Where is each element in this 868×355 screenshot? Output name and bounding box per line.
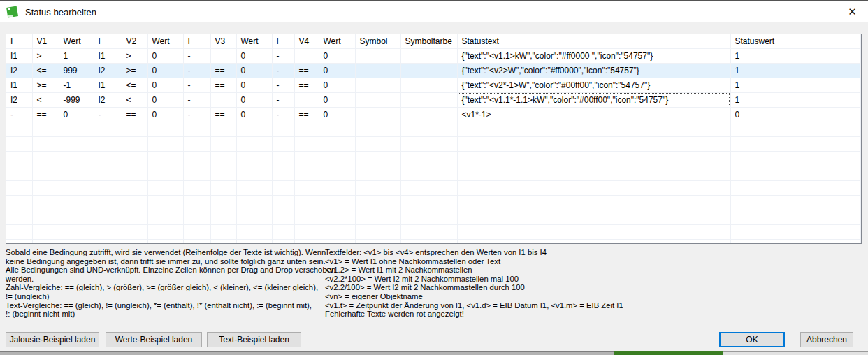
table-cell[interactable]: - <box>272 48 294 63</box>
table-cell[interactable]: <= <box>122 78 147 92</box>
table-cell[interactable]: <= <box>122 92 147 107</box>
table-cell[interactable]: 0 <box>236 63 272 78</box>
table-cell[interactable]: 0 <box>236 48 272 63</box>
table-cell[interactable]: <= <box>32 92 59 107</box>
table-cell[interactable]: {"text":"<v2>W","color":"#ff0000","icon"… <box>457 63 730 78</box>
table-cell[interactable]: >= <box>32 78 59 92</box>
column-header: I <box>94 34 122 48</box>
table-cell[interactable]: >= <box>122 48 147 63</box>
table-cell[interactable]: == <box>210 78 236 92</box>
status-conditions-table[interactable]: IV1WertIV2WertIV3WertIV4WertSymbolSymbol… <box>6 34 862 244</box>
table-cell[interactable]: 0 <box>59 107 94 122</box>
table-cell[interactable]: 0 <box>236 92 272 107</box>
table-cell[interactable]: {"text":"<v2*-1>W","color":"#00ff00","ic… <box>457 78 730 92</box>
table-cell[interactable]: - <box>6 107 32 122</box>
table-cell[interactable]: - <box>183 78 210 92</box>
table-cell[interactable]: 1 <box>59 48 94 63</box>
table-cell[interactable]: {"text":"<v1.1*-1.1>kW","color":"#00ff00… <box>457 92 730 107</box>
table-cell[interactable] <box>355 107 400 122</box>
table-cell[interactable]: 0 <box>319 107 355 122</box>
table-cell[interactable]: == <box>294 107 319 122</box>
table-row[interactable]: I2<=-999I2<=0-==0-==0{"text":"<v1.1*-1.1… <box>6 92 861 107</box>
table-row[interactable]: I2<=999I2>=0-==0-==0{"text":"<v2>W","col… <box>6 63 861 78</box>
load-jalousie-example-button[interactable]: Jalousie-Beispiel laden <box>6 332 99 347</box>
table-cell[interactable]: I1 <box>6 48 32 63</box>
table-cell[interactable]: == <box>210 92 236 107</box>
table-cell[interactable] <box>779 92 861 107</box>
close-button[interactable]: ✕ <box>837 1 868 22</box>
table-cell[interactable]: 0 <box>319 78 355 92</box>
table-cell[interactable] <box>400 107 457 122</box>
table-cell[interactable]: <v1*-1> <box>457 107 730 122</box>
table-cell[interactable]: == <box>32 107 59 122</box>
table-cell[interactable]: 1 <box>730 63 779 78</box>
table-row[interactable]: I1>=1I1>=0-==0-==0{"text":"<v1.1>kW","co… <box>6 48 861 63</box>
table-cell[interactable]: 0 <box>147 92 183 107</box>
table-cell[interactable]: - <box>272 92 294 107</box>
ok-button[interactable]: OK <box>719 332 785 347</box>
table-cell[interactable] <box>355 92 400 107</box>
table-cell[interactable]: - <box>183 107 210 122</box>
load-werte-example-button[interactable]: Werte-Beispiel laden <box>106 332 202 347</box>
table-cell[interactable]: I1 <box>94 48 122 63</box>
table-cell[interactable] <box>400 92 457 107</box>
table-cell[interactable]: == <box>122 107 147 122</box>
table-cell[interactable]: I2 <box>94 92 122 107</box>
table-cell[interactable] <box>355 78 400 92</box>
cancel-button[interactable]: Abbrechen <box>800 332 853 347</box>
table-cell[interactable]: >= <box>122 63 147 78</box>
table-row[interactable]: I1>=-1I1<=0-==0-==0{"text":"<v2*-1>W","c… <box>6 78 861 92</box>
table-cell[interactable] <box>400 78 457 92</box>
table-cell[interactable]: - <box>272 78 294 92</box>
table-cell[interactable]: 0 <box>319 48 355 63</box>
table-cell[interactable]: -1 <box>59 78 94 92</box>
table-cell[interactable]: - <box>183 48 210 63</box>
table-cell[interactable]: - <box>272 63 294 78</box>
table-cell[interactable]: {"text":"<v1.1>kW","color":"#ff0000 ","i… <box>457 48 730 63</box>
table-cell[interactable]: - <box>183 92 210 107</box>
table-cell[interactable] <box>355 48 400 63</box>
table-cell[interactable]: 0 <box>147 107 183 122</box>
table-cell[interactable]: - <box>183 63 210 78</box>
table-cell[interactable]: 1 <box>730 48 779 63</box>
background-window-strip-green <box>614 351 723 355</box>
table-cell[interactable]: 0 <box>236 107 272 122</box>
table-cell[interactable]: 0 <box>319 63 355 78</box>
table-cell[interactable]: == <box>210 63 236 78</box>
table-cell[interactable]: I1 <box>6 78 32 92</box>
table-cell[interactable]: - <box>272 107 294 122</box>
table-cell[interactable]: 0 <box>236 78 272 92</box>
load-text-example-button[interactable]: Text-Beispiel laden <box>207 332 301 347</box>
note-line: werden. <box>6 275 321 284</box>
table-cell[interactable]: 0 <box>147 78 183 92</box>
table-cell[interactable]: 0 <box>730 107 779 122</box>
table-cell[interactable]: >= <box>32 48 59 63</box>
table-cell[interactable]: I2 <box>6 63 32 78</box>
table-cell[interactable] <box>779 63 861 78</box>
table-cell[interactable] <box>355 63 400 78</box>
table-cell[interactable]: <= <box>32 63 59 78</box>
table-cell[interactable]: - <box>94 107 122 122</box>
table-cell[interactable]: I1 <box>94 78 122 92</box>
table-row[interactable]: -==0-==0-==0-==0<v1*-1>0 <box>6 107 861 122</box>
table-cell[interactable]: 1 <box>730 92 779 107</box>
table-cell[interactable]: -999 <box>59 92 94 107</box>
table-cell[interactable] <box>779 107 861 122</box>
table-cell[interactable]: I2 <box>94 63 122 78</box>
table-cell[interactable] <box>779 78 861 92</box>
table-cell[interactable]: 1 <box>730 78 779 92</box>
table-cell[interactable]: 0 <box>147 48 183 63</box>
table-cell[interactable]: I2 <box>6 92 32 107</box>
table-cell[interactable]: == <box>294 92 319 107</box>
table-cell[interactable]: == <box>294 48 319 63</box>
table-cell[interactable]: 0 <box>147 63 183 78</box>
table-cell[interactable]: == <box>210 48 236 63</box>
table-cell[interactable] <box>779 48 861 63</box>
table-cell[interactable]: 0 <box>319 92 355 107</box>
table-cell[interactable]: == <box>210 107 236 122</box>
table-cell[interactable]: == <box>294 63 319 78</box>
table-cell[interactable]: == <box>294 78 319 92</box>
table-cell[interactable] <box>400 48 457 63</box>
table-cell[interactable] <box>400 63 457 78</box>
table-cell[interactable]: 999 <box>59 63 94 78</box>
